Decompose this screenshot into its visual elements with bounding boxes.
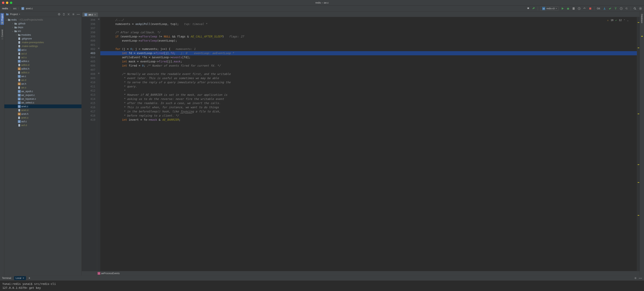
tree-item[interactable]: cae_kqueue.c xyxy=(4,97,82,101)
run-config-selector[interactable]: cli redis-cli ▾ xyxy=(540,6,558,11)
warning-marker[interactable] xyxy=(638,182,639,183)
tree-item[interactable]: anet.o xyxy=(4,116,82,120)
search-icon[interactable] xyxy=(633,7,636,10)
fold-toggle-icon[interactable]: ⊟ xyxy=(98,46,100,50)
tree-item[interactable]: cae_evport.c xyxy=(4,93,82,97)
tree-item[interactable]: anet.d xyxy=(4,108,82,112)
breadcrumb-item[interactable]: redis xyxy=(2,7,8,10)
code-line[interactable]: int fired = 0; /* Number of events fired… xyxy=(100,64,637,68)
tree-item[interactable]: cae_select.c xyxy=(4,101,82,104)
tree-item[interactable]: ›.github xyxy=(4,22,82,25)
gear-icon[interactable] xyxy=(634,277,637,280)
project-panel-title[interactable]: Project xyxy=(10,13,18,16)
close-icon[interactable]: ✕ xyxy=(22,277,24,280)
tree-item[interactable]: ⌄src xyxy=(4,29,82,33)
profile-icon[interactable] xyxy=(578,7,581,10)
tree-item[interactable]: .make-settings xyxy=(4,44,82,48)
warning-marker[interactable] xyxy=(638,164,639,165)
code-line[interactable]: /.../ xyxy=(100,18,637,22)
zoom-window-button[interactable] xyxy=(10,2,12,4)
error-stripe[interactable] xyxy=(637,17,640,271)
warning-marker[interactable] xyxy=(638,48,639,48)
editor-tab[interactable]: c ae.c ✕ xyxy=(82,12,98,17)
tree-item[interactable]: cacl.c xyxy=(4,48,82,52)
code-line[interactable]: * to serve the reply of a query immediat… xyxy=(100,80,637,84)
code-line[interactable]: for (j = 0; j < numevents; j++) { numeve… xyxy=(100,47,637,51)
tree-item[interactable]: ›modules xyxy=(4,33,82,37)
hammer-build-icon[interactable] xyxy=(532,7,535,10)
code-line[interactable]: * query. xyxy=(100,84,637,88)
expand-all-icon[interactable] xyxy=(62,13,65,16)
terminal-body[interactable]: Yunai:redis yunai$ src/redis-cli127.0.0.… xyxy=(0,281,644,291)
tree-item[interactable]: ›deps xyxy=(4,25,82,29)
code-line[interactable] xyxy=(100,26,637,30)
tool-database-tab[interactable]: Database xyxy=(640,13,644,24)
code-line[interactable] xyxy=(100,43,637,47)
git-commit-icon[interactable] xyxy=(608,7,612,10)
code-line[interactable]: int invert = fe->mask & AE_BARRIER; xyxy=(100,118,637,122)
tree-item[interactable]: canet.c xyxy=(4,104,82,108)
chevron-down-icon[interactable]: ⌄ xyxy=(627,18,628,22)
code-line[interactable]: * before replying to a client. */ xyxy=(100,114,637,118)
code-line[interactable]: /* After sleep callback. */ xyxy=(100,30,637,34)
code-line[interactable]: int fd = eventLoop->fired[j].fd; j: 0 ev… xyxy=(100,51,637,55)
stop-icon[interactable] xyxy=(589,7,592,10)
attach-icon[interactable] xyxy=(583,7,586,10)
fold-toggle-icon[interactable]: ⊟ xyxy=(98,71,100,75)
warning-marker[interactable] xyxy=(638,215,639,216)
settings-gear-icon[interactable] xyxy=(639,7,642,10)
code-line[interactable]: * However if AE_BARRIER is set in the ma… xyxy=(100,93,637,97)
tree-item[interactable]: hae.h xyxy=(4,82,82,86)
tree-item[interactable]: cae_epoll.c xyxy=(4,90,82,93)
code-line[interactable] xyxy=(100,68,637,72)
close-icon[interactable]: ✕ xyxy=(94,14,96,16)
minimize-icon[interactable]: — xyxy=(639,276,642,280)
tree-item[interactable]: acl.d xyxy=(4,52,82,56)
code-line[interactable]: numevents = aeApiPoll(eventLoop, tvp); t… xyxy=(100,22,637,26)
git-update-icon[interactable] xyxy=(603,7,606,10)
chevron-up-icon[interactable]: ⌃ xyxy=(624,18,625,22)
minimize-icon[interactable]: — xyxy=(77,12,80,16)
code-line[interactable]: aeFileEvent *fe = &eventLoop->events[fd]… xyxy=(100,55,637,60)
tree-item[interactable]: caof.c xyxy=(4,120,82,123)
git-push-icon[interactable] xyxy=(614,7,617,10)
tree-item[interactable]: ae.d xyxy=(4,78,82,82)
fold-toggle-icon[interactable]: ⊟ xyxy=(98,17,100,21)
code-line[interactable]: * after the readable. In such a case, we… xyxy=(100,101,637,105)
function-crumb[interactable]: aeProcessEvents xyxy=(101,272,120,275)
code-line[interactable]: * in the beforeSleep() hook, like fsynci… xyxy=(100,110,637,114)
collapse-all-icon[interactable] xyxy=(67,13,70,16)
coverage-icon[interactable] xyxy=(572,7,575,10)
tool-project-tab[interactable]: Project xyxy=(0,13,4,25)
code-line[interactable]: * This is useful when, for instance, we … xyxy=(100,105,637,110)
tree-item[interactable]: cadlist.c xyxy=(4,59,82,63)
add-tab-button[interactable]: + xyxy=(28,276,30,280)
code-line[interactable]: * xyxy=(100,88,637,93)
tree-item[interactable]: hadlist.h xyxy=(4,67,82,70)
run-icon[interactable] xyxy=(561,7,564,10)
locate-icon[interactable] xyxy=(58,13,60,16)
breadcrumb-item[interactable]: src xyxy=(13,7,16,10)
tree-item[interactable]: ae.o xyxy=(4,86,82,90)
code-line[interactable]: int mask = eventLoop->fired[j].mask; xyxy=(100,60,637,64)
tool-commit-tab[interactable]: ◇ Commit xyxy=(0,29,4,41)
git-history-icon[interactable] xyxy=(620,7,623,10)
tree-item[interactable]: aof.d xyxy=(4,123,82,127)
breadcrumb-item[interactable]: c anet.c xyxy=(22,7,33,10)
git-rollback-icon[interactable] xyxy=(625,7,628,10)
warning-marker[interactable] xyxy=(638,22,639,23)
code-line[interactable]: if (eventLoop->aftersleep != NULL && fla… xyxy=(100,34,637,39)
code-line[interactable]: * event later. This is useful as sometim… xyxy=(100,76,637,80)
add-config-icon[interactable] xyxy=(526,7,530,10)
tree-item[interactable]: adlist.d xyxy=(4,63,82,67)
inspection-badge[interactable]: ⚠10 ✔12 ⌃ ⌄ xyxy=(607,18,628,22)
code-line[interactable]: eventLoop->aftersleep(eventLoop); xyxy=(100,39,637,43)
gear-icon[interactable] xyxy=(72,13,75,16)
debug-icon[interactable] xyxy=(566,7,570,10)
code-line[interactable]: * asking us to do the reverse: never fir… xyxy=(100,97,637,101)
tree-item[interactable]: acl.o xyxy=(4,56,82,59)
code-content[interactable]: ⚠10 ✔12 ⌃ ⌄ /.../ numevents = aeApiPoll(… xyxy=(100,17,637,271)
tree-item[interactable]: adlist.o xyxy=(4,70,82,74)
tree-item[interactable]: cae.c xyxy=(4,74,82,78)
minimize-window-button[interactable] xyxy=(6,2,8,4)
